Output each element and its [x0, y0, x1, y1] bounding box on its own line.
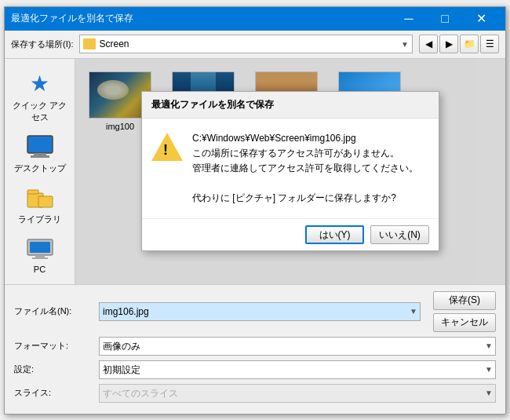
- sidebar-label-quick-access: クイック アクセス: [12, 100, 68, 123]
- dialog-message-line1: C:¥Windows¥Web¥Screen¥img106.jpg: [192, 133, 356, 144]
- main-window: 最適化ファイルを別名で保存 ─ □ ✕ 保存する場所(I): Screen ▼ …: [4, 6, 506, 415]
- svg-rect-5: [38, 196, 53, 207]
- sidebar: ★ クイック アクセス デスクトップ: [5, 59, 75, 284]
- svg-rect-0: [27, 136, 53, 153]
- filename-label: ファイル名(N):: [14, 305, 93, 317]
- save-button[interactable]: 保存(S): [433, 291, 496, 310]
- location-text: Screen: [99, 38, 398, 49]
- main-area: ★ クイック アクセス デスクトップ: [5, 59, 505, 284]
- settings-select[interactable]: 初期設定: [99, 360, 496, 379]
- view-button[interactable]: ☰: [480, 35, 499, 53]
- filename-select-wrapper: ▼: [99, 302, 421, 321]
- quick-access-icon: ★: [26, 70, 54, 98]
- format-label: フォーマット:: [14, 340, 93, 352]
- window-title: 最適化ファイルを別名で保存: [11, 12, 133, 25]
- dialog-title: 最適化ファイルを別名で保存: [151, 98, 274, 111]
- settings-label: 設定:: [14, 363, 93, 375]
- dialog-no-button[interactable]: いいえ(N): [370, 225, 429, 244]
- dialog-message-line5: 代わりに [ピクチャ] フォルダーに保存しますか?: [192, 192, 396, 203]
- sidebar-label-pc: PC: [34, 265, 46, 274]
- slices-label: スライス:: [14, 387, 93, 399]
- dialog: 最適化ファイルを別名で保存 C:¥Windows¥Web¥Screen¥img1…: [141, 91, 439, 252]
- dialog-body: C:¥Windows¥Web¥Screen¥img106.jpg この場所に保存…: [142, 119, 439, 219]
- dialog-message-line3: 管理者に連絡してアクセス許可を取得してください。: [192, 163, 418, 173]
- sidebar-item-pc[interactable]: PC: [9, 232, 71, 277]
- pc-icon: [26, 235, 54, 263]
- settings-select-wrapper[interactable]: 初期設定 ▼: [99, 360, 496, 379]
- svg-rect-2: [31, 155, 49, 158]
- maximize-button[interactable]: □: [427, 7, 463, 31]
- svg-rect-9: [32, 257, 48, 259]
- warning-triangle: [151, 133, 183, 161]
- toolbar: 保存する場所(I): Screen ▼ ◀ ▶ 📁 ☰: [5, 31, 505, 59]
- format-select[interactable]: 画像のみ: [99, 337, 496, 356]
- settings-row: 設定: 初期設定 ▼: [14, 360, 496, 379]
- back-icon: ◀: [425, 38, 432, 49]
- svg-rect-4: [27, 190, 38, 194]
- svg-rect-8: [35, 255, 45, 257]
- dialog-overlay: 最適化ファイルを別名で保存 C:¥Windows¥Web¥Screen¥img1…: [75, 59, 505, 284]
- title-controls: ─ □ ✕: [391, 7, 499, 31]
- filename-input[interactable]: [99, 302, 421, 321]
- folder-icon: [83, 38, 96, 49]
- bottom-area: ファイル名(N): ▼ 保存(S) キャンセル フォーマット: 画像のみ ▼ 設…: [5, 284, 505, 414]
- back-button[interactable]: ◀: [419, 35, 438, 53]
- dialog-text: C:¥Windows¥Web¥Screen¥img106.jpg この場所に保存…: [192, 131, 429, 206]
- forward-button[interactable]: ▶: [439, 35, 458, 53]
- cancel-button[interactable]: キャンセル: [433, 313, 496, 332]
- sidebar-item-desktop[interactable]: デスクトップ: [9, 130, 71, 177]
- sidebar-item-quick-access[interactable]: ★ クイック アクセス: [9, 67, 71, 126]
- forward-icon: ▶: [446, 38, 453, 49]
- format-select-wrapper[interactable]: 画像のみ ▼: [99, 337, 496, 356]
- sidebar-label-desktop: デスクトップ: [14, 163, 66, 174]
- dialog-message-line2: この場所に保存するアクセス許可がありません。: [192, 148, 399, 159]
- save-cancel-buttons: 保存(S) キャンセル: [433, 291, 496, 332]
- dialog-title-bar: 最適化ファイルを別名で保存: [142, 92, 439, 119]
- slices-row: スライス: すべてのスライス ▼: [14, 384, 496, 403]
- desktop-icon: [26, 133, 54, 161]
- minimize-button[interactable]: ─: [391, 7, 427, 31]
- format-row: フォーマット: 画像のみ ▼: [14, 337, 496, 356]
- location-dropdown-icon[interactable]: ▼: [401, 40, 409, 49]
- filename-row: ファイル名(N): ▼ 保存(S) キャンセル: [14, 291, 496, 332]
- title-bar: 最適化ファイルを別名で保存 ─ □ ✕: [5, 7, 505, 31]
- content-area: img100 img102 img104: [75, 59, 505, 284]
- sidebar-label-library: ライブラリ: [18, 214, 61, 225]
- svg-rect-7: [30, 242, 50, 253]
- up-button[interactable]: 📁: [460, 35, 479, 53]
- view-icon: ☰: [486, 38, 494, 49]
- toolbar-buttons: ◀ ▶ 📁 ☰: [419, 35, 499, 53]
- location-label: 保存する場所(I):: [11, 38, 73, 50]
- slices-select-wrapper: すべてのスライス ▼: [99, 384, 496, 403]
- dialog-footer: はい(Y) いいえ(N): [142, 218, 439, 250]
- up-icon: 📁: [464, 38, 475, 49]
- warning-icon: [151, 131, 183, 163]
- close-button[interactable]: ✕: [463, 7, 499, 31]
- slices-select: すべてのスライス: [99, 384, 496, 403]
- library-icon: [26, 184, 54, 212]
- location-bar[interactable]: Screen ▼: [79, 35, 413, 53]
- dialog-yes-button[interactable]: はい(Y): [305, 225, 364, 244]
- sidebar-item-library[interactable]: ライブラリ: [9, 181, 71, 228]
